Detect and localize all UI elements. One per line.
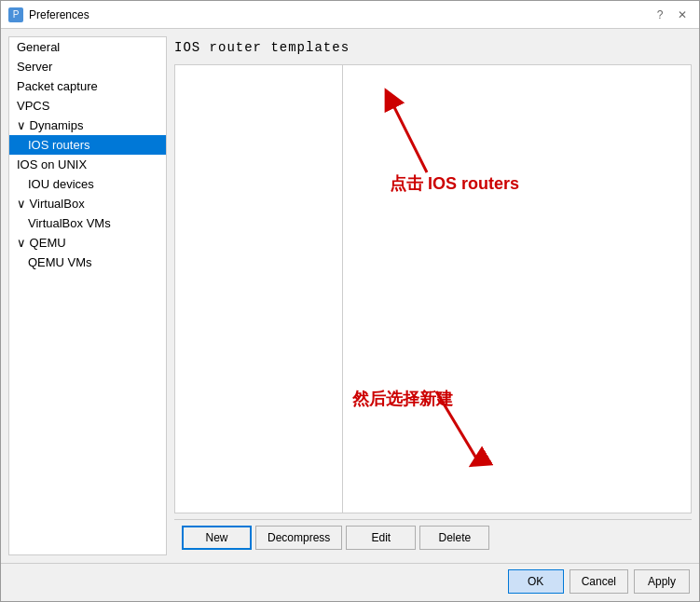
sidebar-item-general[interactable]: General	[9, 37, 166, 57]
ok-button[interactable]: OK	[508, 569, 564, 594]
edit-button[interactable]: Edit	[346, 526, 416, 550]
title-bar: P Preferences ? ✕	[1, 1, 699, 29]
svg-line-1	[390, 98, 427, 172]
sidebar-item-iou-devices[interactable]: IOU devices	[9, 174, 166, 194]
sidebar-item-dynamips[interactable]: ∨ Dynamips	[9, 116, 166, 135]
sidebar-item-vpcs[interactable]: VPCS	[9, 96, 166, 116]
sidebar-item-qemu[interactable]: ∨ QEMU	[9, 233, 166, 253]
sidebar-item-ios-on-unix[interactable]: IOS on UNIX	[9, 155, 166, 174]
main-content: GeneralServerPacket captureVPCS∨ Dynamip…	[1, 29, 699, 601]
sidebar-item-ios-routers[interactable]: IOS routers	[9, 135, 166, 155]
delete-button[interactable]: Delete	[419, 526, 489, 550]
template-list	[175, 65, 343, 513]
cancel-button[interactable]: Cancel	[570, 569, 628, 594]
apply-button[interactable]: Apply	[634, 569, 690, 594]
preferences-window: P Preferences ? ✕ GeneralServerPacket ca…	[0, 0, 700, 602]
sidebar-item-virtualbox-vms[interactable]: VirtualBox VMs	[9, 213, 166, 233]
panel-title: IOS router templates	[174, 36, 692, 59]
footer-buttons: OK Cancel Apply	[1, 563, 699, 601]
new-button[interactable]: New	[182, 526, 252, 550]
sidebar-item-qemu-vms[interactable]: QEMU VMs	[9, 253, 166, 272]
template-detail: 点击 IOS routers 然后选择新建	[343, 65, 691, 513]
sidebar-item-packet-capture[interactable]: Packet capture	[9, 76, 166, 96]
content-area: GeneralServerPacket captureVPCS∨ Dynamip…	[1, 29, 699, 563]
sidebar-item-server[interactable]: Server	[9, 57, 166, 76]
title-bar-left: P Preferences	[8, 7, 89, 22]
sidebar: GeneralServerPacket captureVPCS∨ Dynamip…	[8, 36, 167, 555]
sidebar-item-virtualbox[interactable]: ∨ VirtualBox	[9, 194, 166, 213]
window-title: Preferences	[29, 8, 89, 21]
annotation-new-text: 然后选择新建	[352, 388, 453, 410]
action-buttons-row: New Decompress Edit Delete	[174, 519, 692, 555]
annotation-click-text: 点击 IOS routers	[390, 172, 519, 195]
panel-container: 点击 IOS routers 然后选择新建	[174, 64, 692, 513]
title-bar-controls: ? ✕	[651, 6, 692, 24]
decompress-button[interactable]: Decompress	[255, 526, 342, 550]
app-icon: P	[8, 7, 23, 22]
right-panel: IOS router templates	[174, 36, 692, 555]
help-button[interactable]: ?	[651, 6, 669, 24]
arrow-up-svg	[371, 84, 446, 177]
close-button[interactable]: ✕	[673, 6, 692, 24]
